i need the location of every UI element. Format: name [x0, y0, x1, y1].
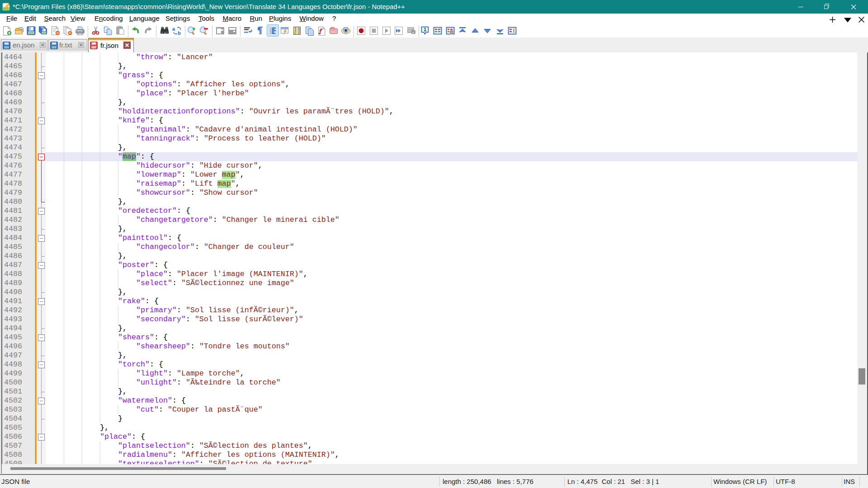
svg-text:a: a	[172, 26, 175, 32]
svg-text:b: b	[178, 30, 181, 36]
